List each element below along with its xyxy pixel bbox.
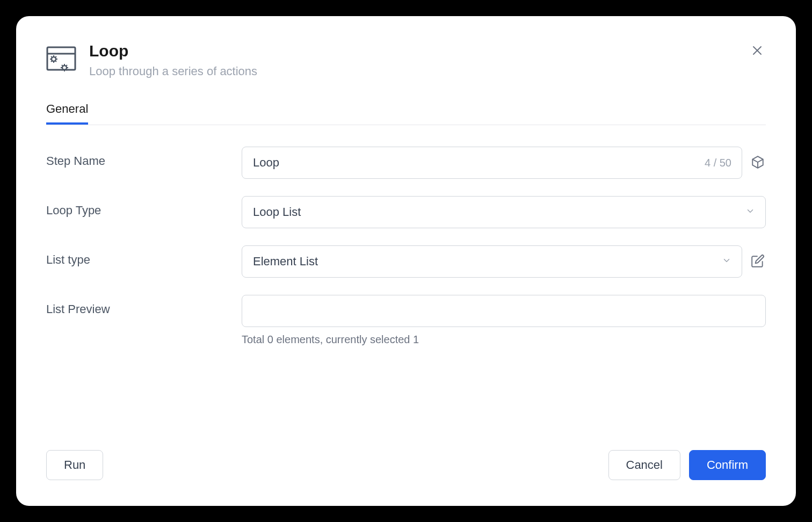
- step-name-input[interactable]: [242, 147, 742, 179]
- form-content: Step Name 4 / 50: [46, 147, 766, 437]
- close-button[interactable]: [749, 42, 766, 59]
- svg-line-18: [62, 65, 63, 66]
- list-type-value: Element List: [253, 255, 318, 269]
- edit-icon: [751, 254, 765, 268]
- svg-line-12: [56, 56, 57, 57]
- list-type-label: List type: [46, 245, 229, 267]
- list-type-select-wrapper: Element List: [242, 245, 742, 278]
- loop-type-field: Loop List: [242, 196, 766, 228]
- loop-type-row: Loop Type Loop List: [46, 196, 766, 228]
- loop-type-select[interactable]: Loop List: [242, 196, 766, 228]
- step-name-field: 4 / 50: [242, 147, 766, 179]
- step-name-input-wrapper: 4 / 50: [242, 147, 742, 179]
- run-button[interactable]: Run: [46, 450, 103, 480]
- modal-header: Loop Loop through a series of actions: [46, 42, 766, 78]
- svg-line-19: [67, 70, 68, 71]
- tab-general[interactable]: General: [46, 96, 88, 125]
- list-type-row: List type Element List: [46, 245, 766, 278]
- modal-footer: Run Cancel Confirm: [46, 437, 766, 480]
- svg-line-10: [56, 61, 57, 62]
- list-type-field: Element List: [242, 245, 766, 278]
- svg-line-11: [51, 61, 52, 62]
- svg-point-13: [62, 66, 67, 70]
- cube-icon: [751, 155, 765, 169]
- footer-right: Cancel Confirm: [608, 450, 766, 480]
- loop-window-icon: [46, 46, 76, 76]
- close-icon: [751, 44, 764, 57]
- confirm-button[interactable]: Confirm: [689, 450, 766, 480]
- preview-helper-text: Total 0 elements, currently selected 1: [242, 334, 766, 346]
- list-preview-label: List Preview: [46, 295, 229, 316]
- title-group: Loop Loop through a series of actions: [89, 42, 766, 78]
- tabs-container: General: [46, 96, 766, 125]
- svg-line-20: [62, 70, 63, 71]
- svg-line-21: [67, 65, 68, 66]
- preview-wrapper: Total 0 elements, currently selected 1: [242, 295, 766, 346]
- list-preview-row: List Preview Total 0 elements, currently…: [46, 295, 766, 346]
- list-preview-field: Total 0 elements, currently selected 1: [242, 295, 766, 346]
- modal-title: Loop: [89, 42, 766, 60]
- modal-subtitle: Loop through a series of actions: [89, 64, 766, 78]
- loop-type-label: Loop Type: [46, 196, 229, 218]
- footer-left: Run: [46, 450, 103, 480]
- step-name-label: Step Name: [46, 147, 229, 168]
- edit-button[interactable]: [751, 254, 766, 269]
- cancel-button[interactable]: Cancel: [608, 450, 680, 480]
- svg-point-4: [52, 57, 56, 61]
- loop-config-modal: Loop Loop through a series of actions Ge…: [16, 16, 796, 506]
- step-name-row: Step Name 4 / 50: [46, 147, 766, 179]
- list-type-select[interactable]: Element List: [242, 245, 742, 278]
- loop-type-select-wrapper: Loop List: [242, 196, 766, 228]
- char-counter: 4 / 50: [705, 157, 731, 169]
- variable-button[interactable]: [751, 155, 766, 170]
- svg-line-9: [51, 56, 52, 57]
- list-preview-area[interactable]: [242, 295, 766, 327]
- loop-type-value: Loop List: [253, 205, 301, 219]
